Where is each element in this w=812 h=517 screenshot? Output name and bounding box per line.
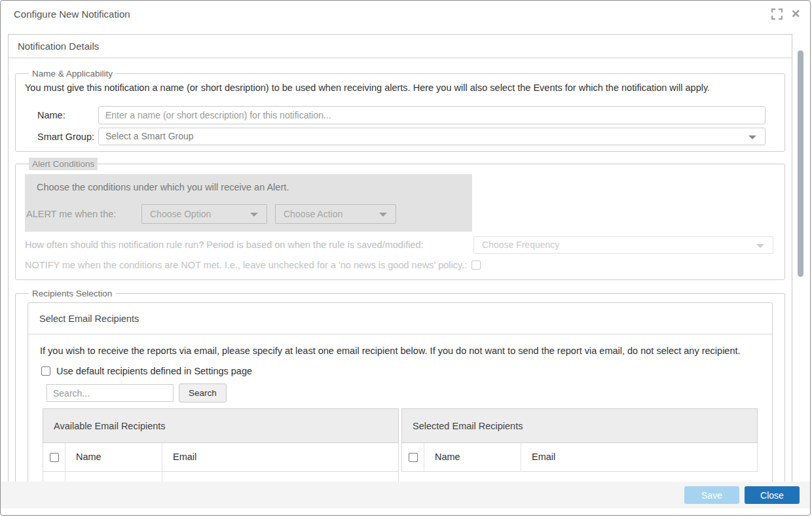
- search-button[interactable]: Search: [179, 383, 227, 402]
- selected-email-header: Email: [521, 443, 757, 471]
- chevron-down-icon: [748, 135, 756, 139]
- name-row: Name:: [37, 106, 766, 124]
- panel-body: Name & Applicability You must give this …: [9, 58, 792, 483]
- configure-notification-dialog: Configure New Notification ✕ Notificatio…: [0, 0, 811, 516]
- frequency-row: How often should this notification rule …: [25, 236, 775, 254]
- smart-group-row: Smart Group: Select a Smart Group: [37, 128, 766, 145]
- notification-name-input[interactable]: [98, 106, 766, 124]
- alert-conditions-intro: Choose the conditions under which you wi…: [37, 182, 289, 192]
- smart-group-selected-value: Select a Smart Group: [105, 131, 194, 141]
- recipient-search-row: Search: [46, 383, 772, 402]
- use-default-recipients-checkbox[interactable]: [41, 366, 50, 376]
- use-default-recipients-row: Use default recipients defined in Settin…: [41, 366, 760, 376]
- close-icon[interactable]: ✕: [790, 8, 802, 20]
- email-recipients-description: If you wish to receive the reports via e…: [40, 346, 760, 356]
- notify-checkbox: [471, 260, 481, 270]
- choose-action-value: Choose Action: [284, 209, 342, 219]
- selected-select-all-checkbox[interactable]: [409, 453, 418, 462]
- frequency-question: How often should this notification rule …: [25, 240, 424, 250]
- vertical-scrollbar-thumb[interactable]: [798, 50, 803, 277]
- email-recipients-panel-title: Select Email Recipients: [28, 303, 772, 334]
- fullscreen-icon-svg: [771, 9, 783, 20]
- chevron-down-icon: [379, 213, 387, 217]
- available-name-header: Name: [65, 443, 162, 471]
- email-recipients-panel: Select Email Recipients If you wish to r…: [28, 302, 773, 483]
- notify-row: NOTIFY me when the conditions are NOT me…: [25, 260, 775, 270]
- choose-option-select: Choose Option: [141, 204, 267, 224]
- recipients-selection-legend: Recipients Selection: [29, 289, 115, 298]
- choose-option-value: Choose Option: [150, 209, 211, 219]
- alert-me-label: ALERT me when the:: [26, 204, 116, 224]
- selected-header-row: Name Email: [401, 443, 758, 472]
- selected-name-header: Name: [424, 443, 521, 471]
- recipients-tables: Available Email Recipients Name Email: [43, 408, 758, 483]
- smart-group-select[interactable]: Select a Smart Group: [98, 128, 766, 145]
- name-label: Name:: [37, 110, 98, 120]
- available-select-all-checkbox[interactable]: [50, 453, 59, 462]
- name-applicability-section: Name & Applicability You must give this …: [15, 69, 785, 152]
- selected-recipients-table: Selected Email Recipients Name Email: [401, 408, 758, 483]
- fullscreen-icon[interactable]: [771, 8, 783, 20]
- dialog-footer: Save Close: [1, 482, 810, 508]
- alert-conditions-disabled-box: Choose the conditions under which you wi…: [25, 174, 472, 232]
- selected-select-all-cell: [402, 443, 424, 471]
- choose-action-select: Choose Action: [275, 204, 396, 224]
- selected-recipients-title: Selected Email Recipients: [401, 408, 758, 443]
- save-button[interactable]: Save: [684, 486, 739, 504]
- available-header-row: Name Email: [43, 443, 399, 472]
- smart-group-label: Smart Group:: [37, 132, 98, 142]
- choose-frequency-value: Choose Frequency: [482, 240, 559, 250]
- name-applicability-legend: Name & Applicability: [29, 69, 116, 79]
- dialog-title: Configure New Notification: [14, 9, 130, 20]
- use-default-recipients-label: Use default recipients defined in Settin…: [56, 366, 252, 376]
- footer-buttons: Save Close: [684, 486, 800, 504]
- close-button[interactable]: Close: [745, 486, 800, 504]
- name-section-description: You must give this notification a name (…: [25, 82, 775, 93]
- recipients-selection-section: Recipients Selection Select Email Recipi…: [15, 289, 785, 483]
- available-select-all-cell: [43, 443, 65, 471]
- panel-title: Notification Details: [9, 35, 792, 58]
- recipient-search-input[interactable]: [46, 384, 174, 402]
- chevron-down-icon: [250, 213, 258, 217]
- alert-conditions-legend: Alert Conditions: [29, 158, 98, 170]
- notification-details-panel: Notification Details Name & Applicabilit…: [8, 34, 792, 483]
- notify-label: NOTIFY me when the conditions are NOT me…: [25, 260, 467, 270]
- choose-frequency-select: Choose Frequency: [473, 236, 773, 254]
- available-email-header: Email: [162, 443, 398, 471]
- available-recipients-title: Available Email Recipients: [43, 408, 399, 443]
- available-recipients-table: Available Email Recipients Name Email: [43, 408, 399, 483]
- alert-conditions-section: Alert Conditions Choose the conditions u…: [15, 158, 785, 280]
- chevron-down-icon: [756, 244, 764, 248]
- dialog-header-icons: ✕: [771, 8, 802, 20]
